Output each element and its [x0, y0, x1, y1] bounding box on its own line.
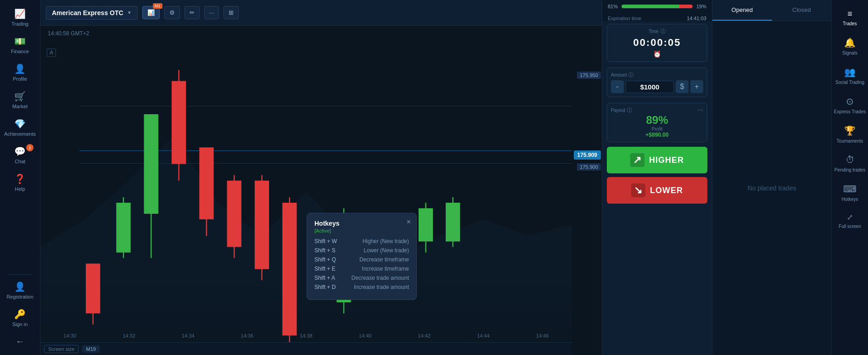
lower-arrow-icon: ↘ [631, 183, 645, 197]
hotkey-combo-d: Shift + D [314, 284, 336, 290]
market-icon: 🛒 [14, 91, 26, 102]
left-sidebar: 📈 Trading 💵 Finance 👤 Profile 🛒 Market 💎… [0, 0, 40, 355]
amount-dollar-button[interactable]: $ [676, 80, 689, 93]
asset-selector[interactable]: American Express OTC ▼ [46, 6, 138, 20]
expiration-box: Expiration time 14:41:03 [602, 13, 712, 21]
right-sidebar-item-signals[interactable]: 🔔 Signals [832, 32, 868, 61]
x-label-6: 14:40 [359, 333, 372, 338]
hotkey-desc-w: Higher (New trade) [363, 238, 409, 244]
sidebar-item-help[interactable]: ❓ Help [0, 169, 40, 196]
right-sidebar-hotkeys-label: Hotkeys [841, 197, 858, 202]
x-label-2: 14:32 [123, 333, 135, 338]
svg-rect-16 [282, 203, 297, 336]
amount-label: Amount ⓘ [611, 72, 703, 78]
right-sidebar-item-trades[interactable]: ≡ Trades [832, 4, 868, 32]
sidebar-item-trading[interactable]: 📈 Trading [0, 4, 40, 31]
right-trading-panel: 81% 19% Expiration time 14:41:03 Time ⓘ … [602, 0, 712, 355]
progress-right-pct: 19% [696, 4, 706, 9]
right-sidebar-item-fullscreen[interactable]: ⤢ Full screen [832, 207, 868, 234]
sidebar-item-chat[interactable]: 💬 2 Chat [0, 141, 40, 169]
progress-bar [622, 5, 693, 8]
trading-icon: 📈 [14, 8, 26, 19]
sidebar-item-finance-label: Finance [11, 49, 29, 54]
svg-rect-8 [172, 81, 186, 164]
sidebar-divider [8, 274, 32, 275]
sidebar-item-trading-label: Trading [11, 21, 28, 27]
hotkeys-close-button[interactable]: × [407, 218, 411, 226]
lower-button[interactable]: ↘ LOWER [607, 177, 707, 204]
amount-value-display: $1000 [626, 81, 674, 93]
hotkey-combo-q: Shift + Q [314, 256, 336, 263]
sidebar-item-registration-label: Registration [6, 294, 34, 300]
x-label-4: 14:36 [241, 333, 254, 338]
price-low-label: 175.900 [577, 163, 601, 171]
sidebar-item-registration[interactable]: 👤 Registration [0, 277, 40, 304]
hotkey-row-a: Shift + A Decrease trade amount [314, 275, 409, 281]
help-icon: ❓ [14, 173, 26, 184]
right-sidebar-express-trades-label: Express Trades [834, 109, 866, 114]
tab-closed[interactable]: Closed [772, 0, 832, 21]
sidebar-item-finance[interactable]: 💵 Finance [0, 31, 40, 59]
screen-size-value: M19 [82, 345, 99, 353]
x-axis: 14:30 14:32 14:34 14:36 14:38 14:40 14:4… [40, 329, 572, 342]
payout-box: Payout ⓘ ⋯ 89% Profit +$890.00 [607, 103, 707, 142]
sidebar-item-chat-label: Chat [15, 159, 25, 164]
payout-expand-icon[interactable]: ⋯ [698, 107, 703, 113]
amount-plus-button[interactable]: + [690, 80, 703, 93]
main-content: American Express OTC ▼ 📊 M1 ⚙ ✏ ··· ⊞ 14… [40, 0, 602, 355]
chart-draw-button[interactable]: ✏ [185, 6, 200, 19]
right-sidebar-item-pending-trades[interactable]: ⏱ Pending trades [832, 149, 868, 178]
lower-button-label: LOWER [650, 186, 683, 195]
time-box: Time ⓘ 00:00:05 ⏰ [607, 24, 707, 62]
svg-rect-12 [227, 181, 241, 247]
svg-rect-6 [144, 114, 158, 214]
expiration-label: Expiration time [608, 16, 641, 21]
sidebar-item-signin[interactable]: 🔑 Sign in [0, 304, 40, 332]
screen-size-label-btn[interactable]: Screen size [44, 345, 78, 353]
signin-icon: 🔑 [14, 309, 26, 320]
profit-value: +$890.00 [611, 132, 703, 138]
svg-rect-26 [446, 203, 460, 241]
right-sidebar-pending-label: Pending trades [834, 167, 865, 172]
progress-fill-green [622, 5, 679, 8]
progress-left-pct: 81% [608, 4, 618, 9]
hotkey-desc-d: Increase trade amount [354, 284, 409, 290]
expiration-time-value: 14:41:03 [687, 16, 706, 21]
chat-icon: 💬 [14, 146, 26, 157]
express-trades-icon: ⊙ [846, 96, 854, 107]
chat-badge: 2 [26, 144, 34, 151]
tab-opened[interactable]: Opened [712, 0, 772, 21]
trades-tabs: Opened Closed [712, 0, 831, 21]
right-sidebar-item-hotkeys[interactable]: ⌨ Hotkeys [832, 178, 868, 207]
sidebar-item-market[interactable]: 🛒 Market [0, 86, 40, 114]
hotkeys-popup-title: Hotkeys [314, 220, 409, 227]
sidebar-item-profile[interactable]: 👤 Profile [0, 59, 40, 86]
m1-badge: M1 [153, 3, 162, 9]
sliders-icon: ⚙ [169, 9, 175, 16]
sidebar-item-signin-label: Sign in [12, 322, 28, 327]
right-sidebar-item-tournaments[interactable]: 🏆 Tournaments [832, 120, 868, 149]
higher-button[interactable]: ↗ HIGHER [607, 147, 707, 173]
hotkeys-active-status: [Active] [314, 228, 409, 233]
sidebar-item-back[interactable]: ← [0, 332, 40, 351]
signals-icon: 🔔 [844, 37, 856, 48]
x-label-5: 14:38 [300, 333, 313, 338]
chart-more-button[interactable]: ··· [204, 6, 219, 19]
chart-grid-button[interactable]: ⊞ [224, 6, 239, 19]
time-value[interactable]: 00:00:05 [611, 37, 703, 49]
svg-rect-14 [255, 181, 269, 269]
more-icon: ··· [209, 9, 214, 16]
right-sidebar-item-social-trading[interactable]: 👥 Social Trading [832, 61, 868, 90]
time-label: Time ⓘ [611, 28, 703, 35]
hotkey-combo-a: Shift + A [314, 275, 335, 281]
x-label-9: 14:46 [536, 333, 549, 338]
sidebar-item-help-label: Help [15, 186, 25, 192]
pending-trades-icon: ⏱ [846, 155, 855, 165]
chart-settings-button[interactable]: ⚙ [164, 6, 180, 19]
x-label-1: 14:30 [64, 333, 77, 338]
right-sidebar-item-express-trades[interactable]: ⊙ Express Trades [832, 90, 868, 120]
amount-minus-button[interactable]: - [611, 80, 624, 93]
hotkeys-popup: × Hotkeys [Active] Shift + W Higher (New… [307, 213, 417, 300]
trades-list-icon: ≡ [847, 9, 852, 19]
sidebar-item-achievements[interactable]: 💎 Achievements [0, 114, 40, 141]
